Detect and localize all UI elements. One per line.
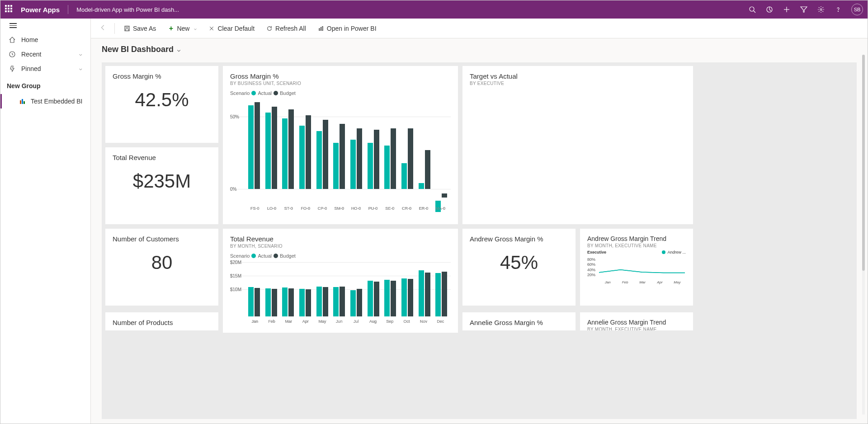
card-title: Target vs Actual <box>470 72 686 80</box>
plus-icon: + <box>168 25 174 32</box>
chart-legend: Scenario Actual Budget <box>230 90 451 96</box>
card-title: Annelie Gross Margin Trend <box>587 319 686 326</box>
settings-icon[interactable] <box>817 5 825 14</box>
app-launcher-icon[interactable] <box>5 5 14 14</box>
app-name-label: Model-driven App with Power BI dash... <box>76 6 179 13</box>
header-divider <box>68 5 68 14</box>
card-subtitle: BY MONTH, EXECUTIVE NAME <box>587 243 686 248</box>
card-total-revenue[interactable]: Total Revenue $235M <box>105 147 218 224</box>
sidebar-item-recent[interactable]: Recent ⌵ <box>0 47 90 61</box>
card-annelie-trend[interactable]: Annelie Gross Margin Trend BY MONTH, EXE… <box>580 312 693 330</box>
save-icon <box>124 25 130 32</box>
sidebar-item-label: Pinned <box>21 65 41 72</box>
dashboard-canvas: Gross Margin % 42.5% Total Revenue $235M… <box>102 62 857 419</box>
svg-rect-22 <box>322 26 323 30</box>
chevron-down-icon: ⌵ <box>194 26 197 31</box>
kpi-value: 42.5% <box>113 80 211 115</box>
card-number-of-customers[interactable]: Number of Customers 80 <box>105 229 218 306</box>
sidebar: Home Recent ⌵ Pinned ⌵ New Group Test Em… <box>0 19 91 424</box>
svg-line-1 <box>754 11 755 13</box>
command-bar: Save As + New ⌵ Clear Default Refresh Al… <box>91 19 868 38</box>
sidebar-item-label: Home <box>21 36 38 43</box>
svg-rect-12 <box>20 100 21 104</box>
card-subtitle: BY MONTH, EXECUTIVE NAME <box>587 327 686 330</box>
card-subtitle: BY MONTH, SCENARIO <box>230 244 451 249</box>
sidebar-item-test-embedded-bi[interactable]: Test Embedded BI <box>0 94 90 108</box>
grouped-bar-chart: 0%50%FS-0LO-0ST-0FO-0CP-0SM-0HO-0PU-0SE-… <box>230 99 451 217</box>
svg-point-10 <box>838 11 839 12</box>
refresh-icon <box>266 25 273 32</box>
scrollbar[interactable] <box>862 55 865 415</box>
card-target-vs-actual[interactable]: Target vs Actual BY EXECUTIVE <box>462 66 693 224</box>
sidebar-item-home[interactable]: Home <box>0 33 90 47</box>
svg-rect-16 <box>126 26 128 28</box>
card-gross-margin[interactable]: Gross Margin % 42.5% <box>105 66 218 143</box>
svg-line-4 <box>769 9 771 11</box>
card-title: Total Revenue <box>113 154 211 161</box>
card-title: Gross Margin % <box>113 72 211 80</box>
svg-rect-17 <box>126 28 129 30</box>
search-icon[interactable] <box>748 5 756 14</box>
brand-label: Power Apps <box>21 6 60 14</box>
card-title: Andrew Gross Margin % <box>470 235 568 243</box>
sidebar-item-label: Recent <box>21 51 41 58</box>
dashboard-icon <box>19 98 26 105</box>
svg-rect-21 <box>321 27 321 30</box>
svg-marker-7 <box>801 7 807 12</box>
help-icon[interactable] <box>834 5 842 14</box>
card-number-of-products[interactable]: Number of Products <box>105 312 218 330</box>
sidebar-item-pinned[interactable]: Pinned ⌵ <box>0 61 90 76</box>
svg-point-0 <box>750 7 754 11</box>
svg-rect-13 <box>22 99 23 104</box>
chart-legend: Scenario Actual Budget <box>230 253 451 259</box>
svg-rect-20 <box>319 28 320 30</box>
card-subtitle: BY BUSINESS UNIT, SCENARIO <box>230 81 451 86</box>
card-title: Andrew Gross Margin Trend <box>587 235 686 242</box>
main-content: Save As + New ⌵ Clear Default Refresh Al… <box>91 19 868 424</box>
svg-point-8 <box>820 9 822 10</box>
grouped-bar-chart: $10M$15M$20MJanFebMarAprMayJunJulAugSepO… <box>230 262 451 330</box>
card-title: Annelie Gross Margin % <box>470 319 568 326</box>
assistant-icon[interactable] <box>765 5 774 14</box>
legend-swatch-actual <box>251 91 256 95</box>
back-button[interactable] <box>96 23 110 34</box>
card-subtitle: BY EXECUTIVE <box>470 81 686 86</box>
user-avatar[interactable]: SB <box>851 4 863 15</box>
add-icon[interactable] <box>783 5 791 14</box>
card-annelie-gross-margin[interactable]: Annelie Gross Margin % <box>462 312 576 330</box>
clear-default-button[interactable]: Clear Default <box>204 22 259 35</box>
sidebar-item-label: Test Embedded BI <box>31 98 82 105</box>
svg-rect-14 <box>24 101 25 104</box>
card-total-revenue-chart[interactable]: Total Revenue BY MONTH, SCENARIO Scenari… <box>223 229 458 333</box>
kpi-value: 45% <box>470 243 568 278</box>
chevron-down-icon: ⌵ <box>177 47 180 53</box>
filter-icon[interactable] <box>800 5 808 14</box>
line-chart: 80%60%40%20%JanFebMarAprMay80%60%40%20%J… <box>587 257 686 284</box>
card-andrew-gross-margin[interactable]: Andrew Gross Margin % 45% <box>462 229 576 306</box>
kpi-value: 80 <box>113 243 211 278</box>
card-title: Number of Products <box>113 319 211 326</box>
sidebar-toggle[interactable] <box>0 19 90 33</box>
open-powerbi-button[interactable]: Open in Power BI <box>313 22 381 35</box>
legend-swatch-budget <box>274 91 278 95</box>
refresh-all-button[interactable]: Refresh All <box>262 22 311 35</box>
sidebar-group-header: New Group <box>0 76 90 94</box>
card-title: Number of Customers <box>113 235 211 243</box>
card-gross-margin-chart[interactable]: Gross Margin % BY BUSINESS UNIT, SCENARI… <box>223 66 458 224</box>
close-icon <box>208 25 215 32</box>
card-title: Total Revenue <box>230 235 451 243</box>
save-as-button[interactable]: Save As <box>119 22 160 35</box>
kpi-value: $235M <box>113 161 211 197</box>
chevron-down-icon: ⌵ <box>79 66 82 71</box>
powerbi-icon <box>318 25 324 32</box>
card-andrew-trend[interactable]: Andrew Gross Margin Trend BY MONTH, EXEC… <box>580 229 693 306</box>
chevron-down-icon: ⌵ <box>79 51 82 57</box>
chart-legend: Executive Andrew ... <box>587 250 686 254</box>
app-header: Power Apps Model-driven App with Power B… <box>0 0 868 19</box>
page-title[interactable]: New BI Dashboard ⌵ <box>91 38 868 58</box>
card-title: Gross Margin % <box>230 72 451 80</box>
new-button[interactable]: + New ⌵ <box>163 22 201 35</box>
